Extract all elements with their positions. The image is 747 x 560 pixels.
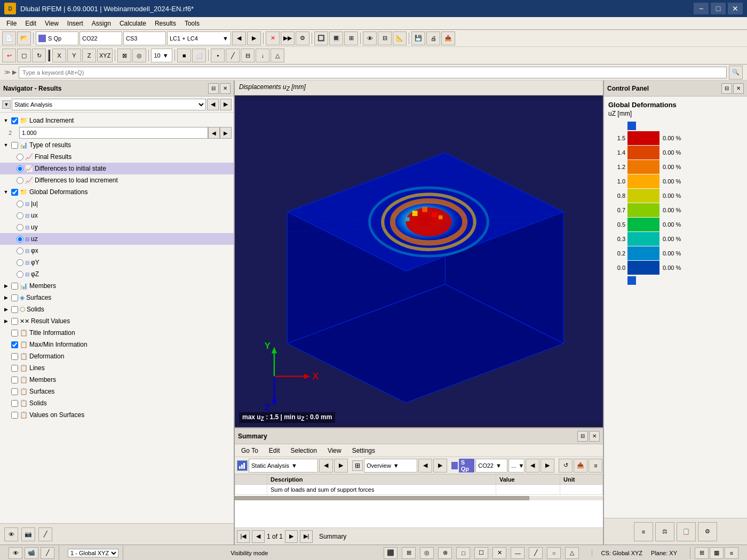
nav-diff-load[interactable]: 📈 Differences to load increment <box>0 174 234 186</box>
nav-maxmin-info[interactable]: 📋 Max/Min Information <box>0 339 234 350</box>
cp-list2-btn[interactable]: 📋 <box>677 522 696 541</box>
nav-result-values[interactable]: ▶ ✕✕ Result Values <box>0 315 234 327</box>
dim-button[interactable]: 📐 <box>393 31 407 45</box>
status-last-btn[interactable]: ≡ <box>725 547 738 559</box>
status-tool-6[interactable]: ☐ <box>474 547 488 559</box>
stop-button[interactable]: ✕ <box>266 31 280 45</box>
status-cam-btn[interactable]: 📹 <box>25 547 38 559</box>
axis-y[interactable]: Y <box>67 49 81 62</box>
list-btn[interactable]: ≡ <box>589 459 602 473</box>
load-dec-btn[interactable]: ◀ <box>208 127 220 139</box>
nav-next-arrow[interactable]: ▶ <box>220 99 232 110</box>
title-info-checkbox[interactable] <box>11 330 18 337</box>
node-btn[interactable]: • <box>211 49 225 62</box>
prev-button[interactable]: ◀ <box>232 31 246 45</box>
diff-load-radio[interactable] <box>17 177 23 184</box>
summary-edit[interactable]: Edit <box>265 446 284 455</box>
nav-restore-btn[interactable]: ⊟ <box>208 83 219 94</box>
nav-ux[interactable]: ⊟ ux <box>0 210 234 221</box>
dots-dropdown[interactable]: ... ▼ <box>508 459 525 473</box>
member-btn[interactable]: ⊟ <box>241 49 255 62</box>
nav-load-value[interactable]: 2 1.000 ◀ ▶ <box>0 126 234 139</box>
axis-xyz[interactable]: XYZ <box>97 49 113 62</box>
status-tool-5[interactable]: □ <box>456 547 470 559</box>
coord-system-dropdown[interactable]: 1 - Global XYZ <box>68 549 118 557</box>
summary-selection[interactable]: Selection <box>287 446 321 455</box>
next-button[interactable]: ▶ <box>247 31 261 45</box>
status-filter-btn[interactable]: ▦ <box>710 547 724 559</box>
u-abs-radio[interactable] <box>17 201 23 207</box>
cp-controls[interactable]: ⊟ ✕ <box>721 83 744 94</box>
select-button[interactable]: ▢ <box>17 49 31 62</box>
nav-phi-x[interactable]: ⊟ φx <box>0 245 234 257</box>
phi-z-radio[interactable] <box>17 271 23 278</box>
global-def-checkbox[interactable] <box>11 189 18 196</box>
expand-surfaces-icon[interactable]: ▶ <box>2 295 10 300</box>
lc-dropdown[interactable]: LC1 + LC4 ▼ <box>167 31 231 45</box>
surfaces-checkbox[interactable] <box>11 294 18 301</box>
nav-type-results[interactable]: ▼ 📊 Type of results <box>0 139 234 151</box>
nav-phi-z[interactable]: ⊟ φZ <box>0 268 234 280</box>
expand-load-icon[interactable]: ▼ <box>2 118 10 123</box>
expand-result-icon[interactable]: ▶ <box>2 318 10 324</box>
axis-z[interactable]: Z <box>82 49 96 62</box>
render2[interactable]: ⬜ <box>192 49 206 62</box>
nav-diff-initial[interactable]: 📈 Differences to initial state <box>0 163 234 174</box>
summary-restore-btn[interactable]: ⊟ <box>577 431 588 442</box>
result-values-checkbox[interactable] <box>11 318 18 325</box>
nav-prev-arrow[interactable]: ◀ <box>207 99 219 110</box>
nav-surfaces[interactable]: ▶ ◈ Surfaces <box>0 292 234 303</box>
summary-goto[interactable]: Go To <box>237 446 263 455</box>
nav-solids[interactable]: ▶ ⬡ Solids <box>0 303 234 315</box>
static-analysis-dropdown[interactable]: Static Analysis ▼ <box>249 459 318 473</box>
grid-button[interactable]: ⊟ <box>378 31 392 45</box>
load-value-input[interactable]: 1.000 <box>19 127 208 139</box>
render1[interactable]: ■ <box>177 49 191 62</box>
menu-view[interactable]: View <box>41 19 63 28</box>
nav-values-surfaces[interactable]: 📋 Values on Surfaces <box>0 409 234 421</box>
uz-radio[interactable] <box>17 236 23 243</box>
expand-members-icon[interactable]: ▶ <box>2 283 10 289</box>
nav-deformation[interactable]: 📋 Deformation <box>0 350 234 362</box>
load-btn[interactable]: ↓ <box>256 49 269 62</box>
eye-button[interactable]: 👁 <box>363 31 377 45</box>
nav-u-abs[interactable]: ⊟ |u| <box>0 198 234 210</box>
cp-restore-btn[interactable]: ⊟ <box>721 83 732 94</box>
rotate-button[interactable]: ↻ <box>32 49 46 62</box>
ux-radio[interactable] <box>17 212 23 219</box>
export-summary-btn[interactable]: 📤 <box>574 459 587 473</box>
open-button[interactable]: 📂 <box>17 31 31 45</box>
first-page-btn[interactable]: |◀ <box>237 530 250 543</box>
summary-view[interactable]: View <box>323 446 346 455</box>
axis-x[interactable]: X <box>52 49 66 62</box>
status-tool-1[interactable]: ⬛ <box>384 547 398 559</box>
snap2[interactable]: ◎ <box>132 49 146 62</box>
analysis-prev-btn[interactable]: ◀ <box>319 459 333 473</box>
expand-global-icon[interactable]: ▼ <box>2 189 10 195</box>
status-grid-btn[interactable]: ⊞ <box>695 547 709 559</box>
load-increment-checkbox[interactable] <box>11 117 18 124</box>
status-eye-btn[interactable]: 👁 <box>9 547 22 559</box>
run-button[interactable]: ▶▶ <box>281 31 295 45</box>
type-results-checkbox[interactable] <box>11 142 18 149</box>
status-tool-9[interactable]: ╱ <box>529 547 543 559</box>
summary-settings[interactable]: Settings <box>348 446 379 455</box>
viewport[interactable]: Y X Z max uZ : 1.5 | min uZ : 0.0 mm <box>235 95 603 427</box>
zoom-dropdown[interactable]: 10 ▼ <box>151 49 172 62</box>
minimize-button[interactable]: − <box>694 3 709 14</box>
cp-balance-btn[interactable]: ⚖ <box>655 522 674 541</box>
status-tool-4[interactable]: ⊗ <box>438 547 452 559</box>
nav-surfaces2[interactable]: 📋 Surfaces <box>0 386 234 397</box>
nav-lines[interactable]: 📋 Lines <box>0 362 234 374</box>
maximize-button[interactable]: □ <box>711 3 726 14</box>
co-dropdown[interactable]: CO22 <box>80 31 122 45</box>
status-tool-2[interactable]: ⊞ <box>402 547 416 559</box>
nav-cam-btn[interactable]: 📷 <box>21 527 35 541</box>
status-tool-10[interactable]: ○ <box>547 547 561 559</box>
load-inc-btn[interactable]: ▶ <box>220 127 232 139</box>
prev-page-btn[interactable]: ◀ <box>252 530 265 543</box>
analysis-next-btn[interactable]: ▶ <box>334 459 348 473</box>
solids-checkbox[interactable] <box>11 306 18 313</box>
view2-button[interactable]: 🔳 <box>329 31 343 45</box>
nav-line-btn[interactable]: ╱ <box>38 527 52 541</box>
